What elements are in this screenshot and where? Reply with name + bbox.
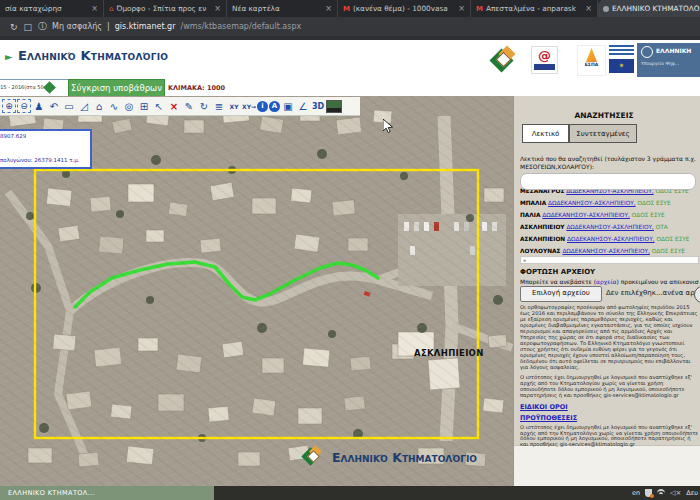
place-label: ΑΣΚΛΗΠΙΕΙΟΝ [414,348,484,358]
url-path: /wms/ktbasemap/default.aspx [180,22,301,31]
omnibox[interactable]: ⓘ Μη ασφαλής | gis.ktimanet.gr /wms/ktba… [38,20,301,33]
result-type: ΟΔΟΣ ΕΣΥΕ [632,212,665,218]
disclaimer-block: Οι ορθοφωτογραφίες προέκυψαν από φωτοληψ… [520,305,699,452]
tab-5[interactable]: M Απεσταλμένα - anparask × [471,0,598,17]
prerequisites-link[interactable]: ΠΡΟΫΠΟΘΕΣΕΙΣ [520,414,699,422]
search-results: ΜΕΣΑΝΑΓΡΟΣ ΔΩΔΕΚΑΝΗΣΟΥ-ΑΣΚΛΗΠΙΕΙΟΥ, ΟΔΟΣ… [520,185,700,257]
grid-polygon-icon[interactable]: ⊞ [137,99,151,114]
taskbar-active-app[interactable]: ΕΛΛΗΝΙΚΟ ΚΤΗΜΑΤΟΛ... [0,486,214,500]
at-logo-icon: @ [531,46,558,74]
xy-locate-icon[interactable]: XY→ [242,99,256,114]
tab-4[interactable]: M (κανένα θέμα) - 1000vasa × [338,0,471,17]
previous-extent-icon[interactable]: ↶ [47,99,61,114]
result-name: ΑΣΚΛΗΠΙΕΙΟΝ [520,236,565,242]
os-taskbar: ΕΛΛΗΝΙΚΟ ΚΤΗΜΑΤΟΛ... en ◁× Δευ [0,486,700,500]
disclaimer-paragraph-3: Ο ιστότοπος έχει δημιουργηθεί με λογισμι… [520,425,699,449]
ministry-subtitle: Υπουργείο Ψηφ… [641,58,696,66]
tab-6-active[interactable]: ΕΛΛΗΝΙΚΟ ΚΤΗΜΑΤΟΛΟΓ × [598,0,700,17]
tab-lektiko[interactable]: Λεκτικό [522,124,569,143]
ktimatologio-logo-icon [489,46,523,74]
result-row[interactable]: ΠΑΛΙΑ ΔΩΔΕΚΑΝΗΣΟΥ-ΑΣΚΛΗΠΙΕΙΟΥ, ΟΔΟΣ ΕΣΥΕ [520,209,700,221]
basemap-preview-icon[interactable] [326,100,342,113]
result-row[interactable]: ΑΣΚΛΗΠΙΕΙΟΥ ΔΩΔΕΚΑΝΗΣΟΥ-ΑΣΚΛΗΠΙΕΙΟΥ, ΟΤΑ [520,221,700,233]
refresh-icon[interactable]: ↻ [10,22,18,32]
upload-hint-after: ) προκειμένου να απεικονιστούν στ [616,278,699,285]
result-row[interactable]: ΛΟΥΛΟΥΝΑΣ ΔΩΔΕΚΑΝΗΣΟΥ-ΑΣΚΛΗΠΙΕΙΟΥ, ΟΔΟΣ … [520,245,700,257]
center-point-icon[interactable]: ◎ [122,99,136,114]
zoom-in-icon[interactable]: ⊕ [2,99,16,113]
gmail-favicon-icon: M [343,5,350,13]
pan-icon[interactable]: ♟ [32,99,46,114]
scale-value: 1000 [207,84,225,92]
map-watermark: Ελληνικό Κτηματολόγιο [302,446,477,468]
upload-hint-before: Μπορείτε να ανεβάσετε ( [520,278,596,285]
tray-clock[interactable]: Δευ [686,489,698,497]
tab-close-icon[interactable]: × [582,4,592,13]
sketch-icon[interactable]: ✎ [182,99,196,114]
image-icon[interactable]: ▣ [281,99,295,114]
screen: σία καταχώρησ × ⌂ Όμορφο - Σπίτια προς ε… [0,0,700,500]
sidebar-title: ΑΝΑΖΗΤΗΣΕΙΣ [514,111,694,120]
tab-close-icon[interactable]: × [211,4,221,13]
polygon-icon[interactable]: ⌂ [92,99,106,114]
select-arrow-icon[interactable]: ↖ [152,99,166,114]
map-viewport[interactable]: ⊕ ⊖ ♟ ↶ ▭ ◿ ⌂ ∿ ◎ ⊞ ↖ × ✎ ↻ ≣ XY XY→ i A… [0,96,513,487]
result-row[interactable]: ΑΣΚΛΗΠΙΕΙΟΝ ΔΩΔΕΚΑΝΗΣΟΥ-ΑΣΚΛΗΠΙΕΙΟΥ, ΟΔΟ… [520,233,700,245]
search-hint: Λεκτικό που θα αναζητηθεί (τουλάχιστον 3… [520,155,696,170]
ministry-logo: ΕΛΛΗΝΙΚΗ Υπουργείο Ψηφ… [637,43,700,77]
security-shield-icon[interactable] [645,489,652,497]
special-terms-link[interactable]: ΕΙΔΙΚΟΙ ΟΡΟΙ [520,403,699,411]
site-info-icon[interactable]: ⓘ [38,20,47,33]
zoom-out-icon[interactable]: ⊖ [17,99,31,113]
label-info-icon[interactable]: A [269,101,280,112]
tab-1[interactable]: σία καταχώρησ × [0,0,104,17]
address-bar[interactable]: ↻ □ ⓘ Μη ασφαλής | gis.ktimanet.gr /wms/… [0,17,700,36]
refresh-map-icon[interactable]: ↻ [197,99,211,114]
greek-flag-icon [609,45,634,57]
three-d-icon[interactable]: 3D [311,99,325,114]
tab-2[interactable]: ⌂ Όμορφο - Σπίτια προς εν × [104,0,227,17]
tab-close-icon[interactable]: × [88,4,98,13]
tab-syntetagmenes[interactable]: Συντεταγμένες [569,124,637,143]
upload-files-link[interactable]: αρχεία [596,278,616,285]
result-link[interactable]: ΔΩΔΕΚΑΝΗΣΟΥ-ΑΣΚΛΗΠΙΕΙΟΥ, [567,236,655,242]
tab-close-icon[interactable]: × [455,4,465,13]
search-input[interactable] [520,173,696,190]
delete-icon[interactable]: × [167,99,181,114]
disclaimer-paragraph-2: Ο ιστότοπος έχει δημιουργηθεί με λογισμι… [520,375,699,399]
result-name: ΠΑΛΙΑ [520,212,540,218]
espa-logo-icon: ΕΣΠΑ [577,45,606,76]
angle-icon[interactable]: ∠ [296,99,310,114]
language-indicator[interactable]: en [632,489,640,497]
help-circle-button[interactable] [694,286,700,303]
no-file-label: Δεν επιλέχθηκ...ανένα αρχείο. [606,289,700,297]
wifi-icon[interactable] [657,489,665,498]
triangle-ruler-icon[interactable]: ◿ [77,99,91,114]
result-link[interactable]: ΔΩΔΕΚΑΝΗΣΟΥ-ΑΣΚΛΗΠΙΕΙΟΥ, [542,212,630,218]
result-link[interactable]: ΔΩΔΕΚΑΝΗΣΟΥ-ΑΣΚΛΗΠΙΕΙΟΥ, [566,224,654,230]
measure-line-icon[interactable]: ▭ [62,99,76,114]
url-host: gis.ktimanet.gr [115,22,176,31]
info-icon[interactable]: i [257,101,268,112]
xy-coords-icon[interactable]: XY [227,99,241,114]
result-type: ΟΔΟΣ ΕΣΥΕ [637,200,670,206]
basemap-select[interactable]: 015 - 2016(στα 50 εκ.) [0,79,70,97]
polyline-icon[interactable]: ∿ [107,99,121,114]
search-sidebar: ΑΝΑΖΗΤΗΣΕΙΣ Λεκτικό Συντεταγμένες Λεκτικ… [513,96,700,487]
measurement-length: 8907.629 [0,133,86,139]
espa-label: ΕΣΠΑ [578,62,605,67]
bookmark-icon[interactable]: □ [24,22,33,32]
tab-3[interactable]: Νέα καρτέλα × [227,0,338,17]
result-link[interactable]: ΔΩΔΕΚΑΝΗΣΟΥ-ΑΣΚΛΗΠΙΕΙΟΥ, [562,248,650,254]
results-scrollbar[interactable]: ◂ [520,256,699,264]
choose-file-button[interactable]: Επιλογή αρχείου [520,286,602,302]
result-link[interactable]: ΔΩΔΕΚΑΝΗΣΟΥ-ΑΣΚΛΗΠΙΕΙΟΥ, [548,200,636,206]
upload-title: ΦΟΡΤΩΣΗ ΑΡΧΕΙΟΥ [520,268,595,276]
tab-close-icon[interactable]: × [322,4,332,13]
volume-muted-icon[interactable]: ◁× [670,489,681,497]
result-name: ΜΠΑΛΙΑ [520,200,546,206]
result-row[interactable]: ΜΠΑΛΙΑ ΔΩΔΕΚΑΝΗΣΟΥ-ΑΣΚΛΗΠΙΕΙΟΥ, ΟΔΟΣ ΕΣΥ… [520,197,700,209]
scroll-arrow-icon[interactable]: ◂ [523,257,526,263]
report-icon[interactable]: ≣ [212,99,226,114]
header-arrow-icon: ► [5,51,13,62]
